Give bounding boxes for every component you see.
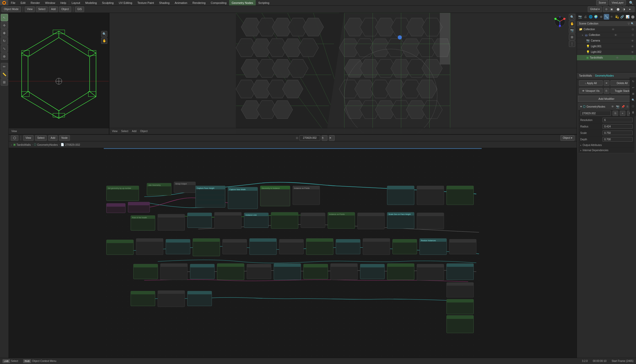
pan-btn-left[interactable]: ✋: [101, 38, 107, 44]
tool-transform[interactable]: ⊕: [1, 53, 8, 60]
output-attributes-toggle[interactable]: ▸ Output Attributes: [578, 143, 635, 148]
node-group-new[interactable]: +: [620, 111, 625, 116]
prop-modifier-icon[interactable]: 🔧: [604, 14, 609, 20]
tab-layout[interactable]: Layout: [69, 0, 83, 5]
cam-visibility[interactable]: 👁: [631, 39, 634, 42]
right-vp-object[interactable]: Object: [139, 130, 149, 133]
prop-constraints-icon[interactable]: 🔗: [620, 14, 625, 20]
viewport-vis-button[interactable]: 👁 Viewport Vis: [579, 88, 603, 94]
prop-value-depth[interactable]: 0.700: [602, 137, 633, 142]
viewport-right[interactable]: 🔍 ✋ 📷 ⊞ ⋮: [109, 13, 577, 134]
menu-render[interactable]: Render: [28, 0, 43, 5]
prop-world-icon[interactable]: 🌍: [593, 14, 598, 20]
ne-copy-btn[interactable]: ⎘: [322, 135, 327, 141]
zoom-btn-right[interactable]: 🔍: [569, 14, 575, 20]
tool-annotate[interactable]: ✏: [1, 63, 8, 70]
strip-icon-4[interactable]: 🔍: [630, 97, 636, 103]
toolbar-object[interactable]: Object: [59, 6, 71, 12]
modifier-render-icon[interactable]: 📷: [616, 105, 619, 108]
bc-left-arrow[interactable]: ‹: [11, 143, 12, 147]
tool-rotate[interactable]: ↻: [1, 37, 8, 44]
outliner-item-camera[interactable]: 📷 Camera 👁: [577, 38, 636, 44]
internal-dependencies-toggle[interactable]: ▸ Internal Dependencies: [578, 148, 635, 153]
tool-move[interactable]: ✥: [1, 29, 8, 37]
toolbar-select[interactable]: Select: [36, 6, 48, 12]
viewport-shading-mat[interactable]: ◑: [623, 6, 628, 12]
ne-view[interactable]: View: [23, 135, 34, 141]
right-vp-view[interactable]: View: [111, 130, 119, 133]
viewport-left[interactable]: Top Orthographic (1) Collection | Tardis…: [9, 13, 109, 134]
tab-animation[interactable]: Animation: [172, 0, 190, 5]
viewport-vis-copy[interactable]: ⎘: [604, 88, 609, 94]
node-group-field[interactable]: 270829.002: [580, 111, 611, 116]
right-vp-select[interactable]: Select: [120, 130, 130, 133]
blender-logo[interactable]: [0, 0, 8, 5]
prop-value-scale[interactable]: 0.750: [602, 131, 633, 135]
toolbar-view[interactable]: View: [25, 6, 35, 12]
prop-scene-icon[interactable]: 🌐: [588, 14, 593, 20]
col-visibility-eye[interactable]: 👁: [614, 34, 617, 37]
pan-btn-right[interactable]: ✋: [569, 21, 575, 27]
viewlayer-selector[interactable]: ViewLayer: [609, 0, 626, 5]
tw-visibility[interactable]: 👁: [616, 56, 619, 59]
strip-icon-6[interactable]: 🗑: [630, 109, 636, 115]
prop-particles-icon[interactable]: ⚛: [609, 14, 614, 20]
tool-grid[interactable]: ⊞: [1, 78, 8, 86]
strip-icon-3[interactable]: ⊞: [630, 91, 636, 96]
menu-file[interactable]: File: [8, 0, 18, 5]
apply-all-button[interactable]: ↓ Apply All: [579, 80, 603, 86]
menu-edit[interactable]: Edit: [18, 0, 28, 5]
prop-render-icon[interactable]: 📷: [577, 14, 583, 20]
toolbar-add[interactable]: Add: [49, 6, 58, 12]
prop-object-icon[interactable]: ⊕: [599, 14, 604, 20]
outliner-filter[interactable]: ▽: [628, 22, 630, 25]
strip-icon-1[interactable]: ↻: [630, 78, 636, 84]
ne-node[interactable]: Node: [59, 135, 70, 141]
ne-shader-type[interactable]: Object ▾: [560, 135, 575, 141]
bc-item-tardis[interactable]: ▣ TardisWalls: [13, 143, 31, 146]
toolbar-global[interactable]: Global ▾: [588, 6, 602, 12]
overlay-btn[interactable]: ⊙: [603, 6, 610, 12]
modifier-copy-icon[interactable]: ⎘: [627, 105, 629, 108]
tab-texture-paint[interactable]: Texture Paint: [135, 0, 156, 5]
prop-data-icon[interactable]: 📊: [625, 14, 630, 20]
node-editor-canvas[interactable]: Set geometry by up-number Join Geometry …: [9, 148, 577, 364]
prop-output-icon[interactable]: 🖨: [583, 14, 588, 20]
modifier-realtime-icon[interactable]: 👁: [611, 105, 614, 108]
right-vp-add[interactable]: Add: [131, 130, 138, 133]
scene-visibility-eye[interactable]: 👁: [612, 28, 615, 31]
tool-measure[interactable]: 📏: [1, 71, 8, 78]
tab-shading[interactable]: Shading: [157, 0, 172, 5]
ne-select[interactable]: Select: [35, 135, 47, 141]
tw-render[interactable]: ⊙: [632, 56, 634, 59]
prop-physics-icon[interactable]: 💫: [614, 14, 619, 20]
viewport-shading-solid[interactable]: ⬤: [616, 6, 622, 12]
outliner-item-light001[interactable]: 💡 Light.001 👁: [577, 44, 636, 49]
menu-window[interactable]: Window: [43, 0, 58, 5]
light001-visibility[interactable]: 👁: [631, 45, 634, 48]
tab-scripting[interactable]: Scripting: [256, 0, 272, 5]
viewport-shading-render[interactable]: ●: [629, 6, 634, 12]
tab-modeling[interactable]: Modeling: [83, 0, 100, 5]
left-vp-view[interactable]: View: [10, 130, 18, 133]
toolbar-gis[interactable]: GIS: [75, 6, 84, 12]
prop-value-radius[interactable]: 0.424: [602, 124, 633, 129]
prop-value-resolution[interactable]: 6: [602, 118, 633, 122]
outliner-item-scene-collection[interactable]: 📁 Collection 👁 ⊙: [577, 27, 636, 32]
strip-icon-5[interactable]: ⬡: [630, 103, 636, 109]
scene-visibility-render[interactable]: ⊙: [632, 28, 634, 31]
persp-ortho-btn[interactable]: ⊞: [569, 34, 575, 40]
search-btn[interactable]: 🔍: [626, 0, 636, 5]
menu-help[interactable]: Help: [58, 0, 69, 5]
modifier-pin-icon[interactable]: 📌: [621, 105, 625, 108]
ne-frame-value[interactable]: 270829.002: [300, 135, 320, 141]
outliner-item-light002[interactable]: 💡 Light.002 👁: [577, 49, 636, 55]
bc-item-frame[interactable]: 📄 270829.002: [61, 143, 80, 146]
outliner-search-toggle[interactable]: 🔍: [631, 22, 634, 25]
strip-icon-2[interactable]: ↩: [630, 85, 636, 90]
apply-close-btn[interactable]: ✕: [604, 80, 609, 86]
bc-item-geonodes[interactable]: ⬡ GeometryNodes: [34, 143, 58, 146]
viewport-shading-wire[interactable]: ▣: [610, 6, 616, 12]
tab-rendering[interactable]: Rendering: [190, 0, 208, 5]
tab-compositing[interactable]: Compositing: [208, 0, 229, 5]
